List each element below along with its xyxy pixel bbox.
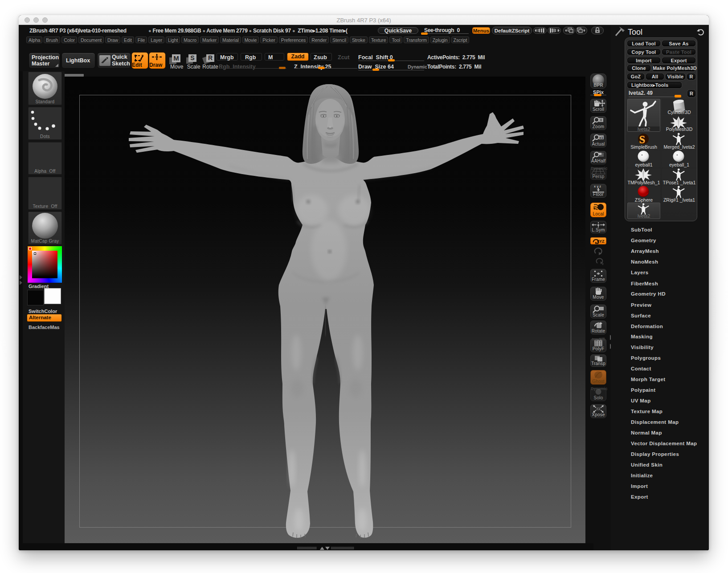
svg-text:z: z <box>602 262 604 266</box>
svg-text:x1: x1 <box>599 136 603 140</box>
svg-text:S: S <box>639 134 645 145</box>
svg-text:XYZ: XYZ <box>597 239 605 244</box>
svg-text:xyz: xyz <box>594 184 602 188</box>
